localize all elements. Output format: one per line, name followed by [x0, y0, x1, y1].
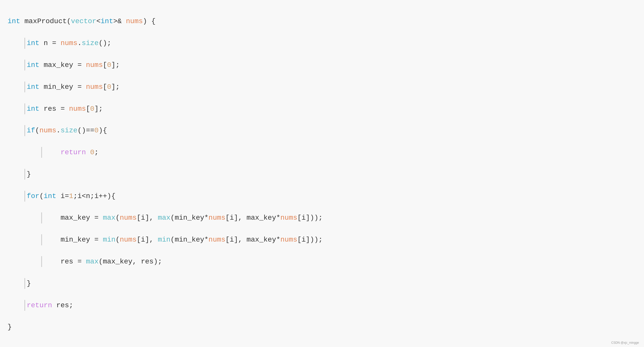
num-0-4: 0 — [94, 127, 99, 134]
line-7: return 0; — [8, 147, 636, 158]
line-10: max_key = max(nums[i], max(min_key*nums[… — [8, 212, 636, 223]
line-13: } — [8, 278, 636, 289]
line-12: res = max(max_key, res); — [8, 256, 636, 267]
watermark: CSDN @xjc_mingge — [611, 341, 639, 344]
param-nums: nums — [126, 17, 143, 25]
max-key-ref-1: max_key — [247, 214, 276, 222]
nums-ref-i-6: nums — [280, 236, 297, 244]
line-6: if(nums.size()==0){ — [8, 125, 636, 136]
var-max-key-assign: max_key — [61, 214, 90, 222]
nums-ref-i-5: nums — [209, 236, 225, 244]
var-min-key: min_key — [44, 83, 73, 91]
keyword-if: if — [27, 127, 35, 134]
num-0-5: 0 — [90, 148, 94, 156]
num-0-3: 0 — [90, 105, 94, 113]
line-2: int n = nums.size(); — [8, 38, 636, 49]
var-i: i — [61, 192, 65, 200]
num-0-2: 0 — [107, 83, 111, 91]
nums-ref-1: nums — [61, 39, 77, 47]
keyword-int-1: int — [8, 17, 20, 25]
num-0-1: 0 — [107, 61, 111, 69]
var-max-key: max_key — [44, 61, 73, 69]
method-size-2: size — [61, 127, 77, 134]
nums-ref-3: nums — [86, 83, 103, 91]
nums-ref-i-2: nums — [209, 214, 225, 222]
keyword-int-2: int — [27, 39, 39, 47]
max-key-ref-3: max_key — [103, 258, 133, 265]
func-max-3: max — [86, 258, 99, 265]
line-4: int min_key = nums[0]; — [8, 82, 636, 92]
keyword-vector: vector — [71, 17, 96, 25]
num-1: 1 — [69, 192, 73, 200]
code-container: int maxProduct(vector<int>& nums) { int … — [8, 5, 636, 347]
func-max-2: max — [158, 214, 170, 222]
keyword-int-5: int — [27, 105, 39, 113]
func-max-1: max — [103, 214, 115, 222]
keyword-int-3: int — [27, 61, 39, 69]
var-min-key-assign: min_key — [61, 236, 90, 244]
keyword-return-2: return — [27, 301, 52, 309]
var-n: n — [44, 39, 48, 47]
nums-ref-i-1: nums — [120, 214, 137, 222]
line-3: int max_key = nums[0]; — [8, 60, 636, 70]
line-11: min_key = min(nums[i], min(min_key*nums[… — [8, 234, 636, 245]
min-key-ref-2: min_key — [175, 236, 204, 244]
keyword-int-template: int — [101, 17, 113, 25]
max-key-ref-2: max_key — [247, 236, 276, 244]
keyword-int-4: int — [27, 83, 39, 91]
keyword-return-1: return — [61, 148, 86, 156]
nums-ref-i-4: nums — [120, 236, 137, 244]
min-key-ref-1: min_key — [175, 214, 204, 222]
func-min-1: min — [103, 236, 115, 244]
keyword-int-for: int — [44, 192, 56, 200]
func-min-2: min — [158, 236, 170, 244]
line-14: return res; — [8, 300, 636, 311]
line-9: for(int i=1;i<n;i++){ — [8, 191, 636, 202]
keyword-for: for — [27, 192, 39, 200]
res-return: res — [56, 301, 69, 309]
var-res-assign: res — [61, 258, 73, 265]
method-size-1: size — [82, 39, 99, 47]
line-8: } — [8, 169, 636, 180]
nums-ref-5: nums — [39, 127, 56, 134]
line-5: int res = nums[0]; — [8, 103, 636, 114]
res-ref: res — [141, 258, 153, 265]
code-block: int maxProduct(vector<int>& nums) { int … — [8, 5, 636, 347]
nums-ref-i-3: nums — [280, 214, 297, 222]
line-15: } — [8, 322, 636, 332]
var-res: res — [44, 105, 56, 113]
func-name: maxProduct — [24, 17, 67, 25]
nums-ref-2: nums — [86, 61, 103, 69]
line-1: int maxProduct(vector<int>& nums) { — [8, 16, 636, 27]
nums-ref-4: nums — [69, 105, 86, 113]
